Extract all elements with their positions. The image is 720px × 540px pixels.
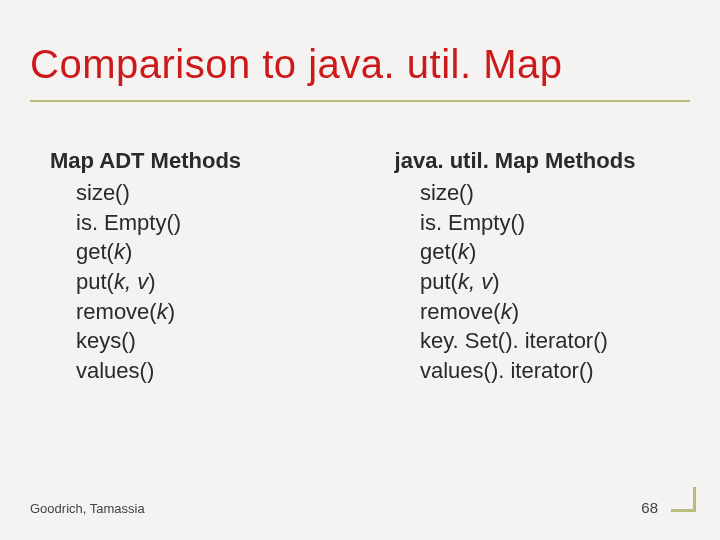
title-underline xyxy=(30,100,690,102)
corner-decoration xyxy=(671,487,696,512)
footer-page: 68 xyxy=(641,499,658,516)
slide: Comparison to java. util. Map Map ADT Me… xyxy=(0,0,720,540)
param-kv: k, v xyxy=(114,269,148,294)
param-k: k xyxy=(157,299,168,324)
text: ) xyxy=(512,299,519,324)
left-method-get: get(k) xyxy=(76,237,308,267)
param-k: k xyxy=(458,239,469,264)
text: put( xyxy=(420,269,458,294)
text: put( xyxy=(76,269,114,294)
text: ) xyxy=(168,299,175,324)
text: ) xyxy=(469,239,476,264)
param-k: k xyxy=(114,239,125,264)
text: ) xyxy=(125,239,132,264)
left-method-size: size() xyxy=(76,178,308,208)
right-method-get: get(k) xyxy=(420,237,670,267)
right-method-isempty: is. Empty() xyxy=(420,208,670,238)
right-method-remove: remove(k) xyxy=(420,297,670,327)
left-column-header: Map ADT Methods xyxy=(50,148,308,174)
text: get( xyxy=(420,239,458,264)
left-method-isempty: is. Empty() xyxy=(76,208,308,238)
right-method-values: values(). iterator() xyxy=(420,356,670,386)
footer-authors: Goodrich, Tamassia xyxy=(30,501,145,516)
text: get( xyxy=(76,239,114,264)
left-method-values: values() xyxy=(76,356,308,386)
content-columns: Map ADT Methods size() is. Empty() get(k… xyxy=(50,148,670,386)
left-column: Map ADT Methods size() is. Empty() get(k… xyxy=(50,148,308,386)
right-column-header: java. util. Map Methods xyxy=(360,148,670,174)
right-method-put: put(k, v) xyxy=(420,267,670,297)
text: remove( xyxy=(420,299,501,324)
left-method-keys: keys() xyxy=(76,326,308,356)
right-method-size: size() xyxy=(420,178,670,208)
text: ) xyxy=(148,269,155,294)
text: ) xyxy=(492,269,499,294)
param-k: k xyxy=(501,299,512,324)
right-column: java. util. Map Methods size() is. Empty… xyxy=(360,148,670,386)
right-method-keyset: key. Set(). iterator() xyxy=(420,326,670,356)
left-method-put: put(k, v) xyxy=(76,267,308,297)
left-method-remove: remove(k) xyxy=(76,297,308,327)
param-kv: k, v xyxy=(458,269,492,294)
slide-title: Comparison to java. util. Map xyxy=(30,42,563,87)
text: remove( xyxy=(76,299,157,324)
